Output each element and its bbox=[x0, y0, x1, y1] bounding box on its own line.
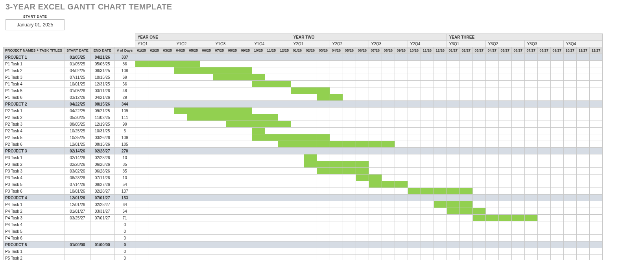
row-days[interactable]: 99 bbox=[114, 121, 135, 128]
row-name[interactable]: P1 Task 4 bbox=[4, 81, 65, 87]
row-days[interactable]: 71 bbox=[114, 215, 135, 221]
row-name[interactable]: P1 Task 1 bbox=[4, 61, 65, 67]
project-row[interactable]: PROJECT 412/01/2607/01/27153 bbox=[4, 195, 603, 201]
task-row[interactable]: P5 Task 10 bbox=[4, 248, 603, 255]
project-row[interactable]: PROJECT 302/14/2602/28/27270 bbox=[4, 148, 603, 154]
task-row[interactable]: P1 Task 307/11/2510/15/2569 bbox=[4, 74, 603, 81]
row-name[interactable]: P1 Task 5 bbox=[4, 87, 65, 94]
task-row[interactable]: P1 Task 204/02/2508/31/25108 bbox=[4, 67, 603, 74]
task-row[interactable]: P1 Task 501/05/2603/11/2648 bbox=[4, 87, 603, 94]
row-name[interactable]: P2 Task 2 bbox=[4, 114, 65, 121]
row-days[interactable]: 109 bbox=[114, 108, 135, 114]
row-days[interactable]: 85 bbox=[114, 168, 135, 175]
row-name[interactable]: P4 Task 2 bbox=[4, 208, 65, 215]
row-name[interactable]: P4 Task 3 bbox=[4, 215, 65, 221]
row-start[interactable]: 01/05/26 bbox=[65, 87, 90, 94]
row-days[interactable]: 54 bbox=[114, 181, 135, 188]
row-end[interactable]: 11/02/25 bbox=[90, 114, 114, 121]
row-start[interactable]: 10/25/25 bbox=[65, 134, 90, 141]
row-name[interactable]: P1 Task 6 bbox=[4, 94, 65, 101]
row-end[interactable]: 06/28/26 bbox=[90, 161, 114, 168]
row-name[interactable]: PROJECT 4 bbox=[4, 195, 65, 201]
row-name[interactable]: P5 Task 2 bbox=[4, 255, 65, 260]
task-row[interactable]: P1 Task 603/12/2604/21/2629 bbox=[4, 94, 603, 101]
row-end[interactable]: 02/28/27 bbox=[90, 188, 114, 195]
row-days[interactable]: 111 bbox=[114, 114, 135, 121]
row-end[interactable]: 09/27/26 bbox=[90, 181, 114, 188]
task-row[interactable]: P3 Task 303/02/2606/28/2685 bbox=[4, 168, 603, 175]
task-row[interactable]: P4 Task 60 bbox=[4, 235, 603, 241]
row-end[interactable]: 08/15/26 bbox=[90, 141, 114, 148]
row-days[interactable]: 270 bbox=[114, 148, 135, 154]
row-start[interactable]: 02/14/26 bbox=[65, 154, 90, 161]
row-end[interactable]: 03/26/26 bbox=[90, 134, 114, 141]
row-days[interactable]: 109 bbox=[114, 134, 135, 141]
task-row[interactable]: P3 Task 406/28/2607/11/2610 bbox=[4, 175, 603, 181]
row-days[interactable]: 5 bbox=[114, 128, 135, 134]
task-row[interactable]: P2 Task 308/05/2512/19/2599 bbox=[4, 121, 603, 128]
task-row[interactable]: P3 Task 202/28/2606/28/2685 bbox=[4, 161, 603, 168]
row-start[interactable] bbox=[65, 228, 90, 235]
row-days[interactable]: 0 bbox=[114, 248, 135, 255]
row-days[interactable]: 86 bbox=[114, 61, 135, 67]
row-end[interactable]: 03/31/27 bbox=[90, 208, 114, 215]
row-days[interactable]: 66 bbox=[114, 81, 135, 87]
row-name[interactable]: P1 Task 3 bbox=[4, 74, 65, 81]
row-name[interactable]: P3 Task 6 bbox=[4, 188, 65, 195]
row-start[interactable]: 07/11/25 bbox=[65, 74, 90, 81]
row-start[interactable]: 10/25/25 bbox=[65, 128, 90, 134]
row-days[interactable]: 64 bbox=[114, 208, 135, 215]
row-end[interactable]: 02/28/27 bbox=[90, 201, 114, 208]
row-end[interactable]: 07/01/27 bbox=[90, 215, 114, 221]
row-start[interactable]: 01/05/25 bbox=[65, 61, 90, 67]
row-end[interactable]: 04/21/26 bbox=[90, 94, 114, 101]
row-start[interactable]: 08/05/25 bbox=[65, 121, 90, 128]
task-row[interactable]: P2 Task 205/30/2511/02/25111 bbox=[4, 114, 603, 121]
row-end[interactable]: 04/21/26 bbox=[90, 54, 114, 61]
row-days[interactable]: 0 bbox=[114, 235, 135, 241]
row-end[interactable] bbox=[90, 248, 114, 255]
row-end[interactable]: 08/15/26 bbox=[90, 101, 114, 108]
row-start[interactable]: 01/05/25 bbox=[65, 54, 90, 61]
row-name[interactable]: P4 Task 6 bbox=[4, 235, 65, 241]
row-name[interactable]: P4 Task 5 bbox=[4, 228, 65, 235]
row-name[interactable]: P3 Task 4 bbox=[4, 175, 65, 181]
row-name[interactable]: P3 Task 1 bbox=[4, 154, 65, 161]
row-days[interactable]: 29 bbox=[114, 94, 135, 101]
row-end[interactable]: 10/15/25 bbox=[90, 74, 114, 81]
row-start[interactable]: 12/01/26 bbox=[65, 201, 90, 208]
task-row[interactable]: P3 Task 610/01/2602/28/27107 bbox=[4, 188, 603, 195]
task-row[interactable]: P2 Task 510/25/2503/26/26109 bbox=[4, 134, 603, 141]
row-name[interactable]: P2 Task 4 bbox=[4, 128, 65, 134]
row-end[interactable]: 02/28/26 bbox=[90, 154, 114, 161]
row-start[interactable]: 10/01/26 bbox=[65, 188, 90, 195]
row-end[interactable]: 08/31/25 bbox=[90, 67, 114, 74]
row-start[interactable]: 12/01/26 bbox=[65, 195, 90, 201]
row-start[interactable] bbox=[65, 255, 90, 260]
task-row[interactable]: P4 Task 50 bbox=[4, 228, 603, 235]
row-end[interactable]: 07/01/27 bbox=[90, 195, 114, 201]
row-start[interactable]: 04/22/25 bbox=[65, 101, 90, 108]
task-row[interactable]: P3 Task 507/14/2609/27/2654 bbox=[4, 181, 603, 188]
row-days[interactable]: 10 bbox=[114, 175, 135, 181]
row-name[interactable]: PROJECT 1 bbox=[4, 54, 65, 61]
row-end[interactable]: 12/31/25 bbox=[90, 81, 114, 87]
row-name[interactable]: P3 Task 3 bbox=[4, 168, 65, 175]
row-name[interactable]: P2 Task 5 bbox=[4, 134, 65, 141]
row-days[interactable]: 0 bbox=[114, 221, 135, 228]
row-days[interactable]: 185 bbox=[114, 141, 135, 148]
row-start[interactable]: 04/22/25 bbox=[65, 108, 90, 114]
start-date-input[interactable]: January 01, 2025 bbox=[6, 19, 65, 30]
row-start[interactable]: 02/14/26 bbox=[65, 148, 90, 154]
row-end[interactable] bbox=[90, 255, 114, 260]
task-row[interactable]: P5 Task 20 bbox=[4, 255, 603, 260]
row-end[interactable]: 09/21/25 bbox=[90, 108, 114, 114]
row-days[interactable]: 10 bbox=[114, 154, 135, 161]
row-start[interactable]: 05/30/25 bbox=[65, 114, 90, 121]
task-row[interactable]: P2 Task 410/25/2510/31/255 bbox=[4, 128, 603, 134]
row-days[interactable]: 0 bbox=[114, 228, 135, 235]
row-name[interactable]: PROJECT 2 bbox=[4, 101, 65, 108]
row-start[interactable] bbox=[65, 235, 90, 241]
row-start[interactable] bbox=[65, 221, 90, 228]
row-start[interactable]: 04/02/25 bbox=[65, 67, 90, 74]
